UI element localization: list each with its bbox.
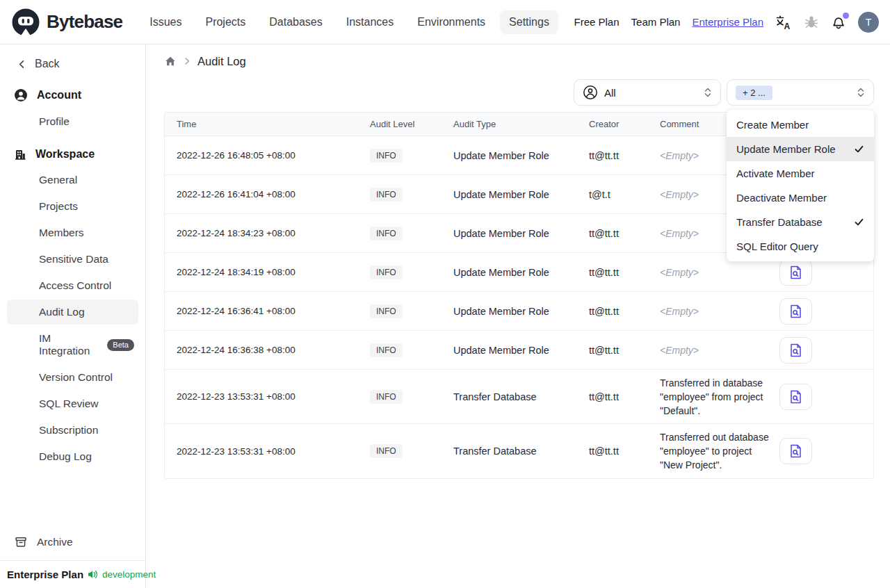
cell-time: 2022-12-23 13:53:31 +08:00 (177, 446, 370, 457)
chevron-left-icon (17, 59, 27, 70)
menu-item-activate-member[interactable]: Activate Member (727, 161, 874, 186)
level-badge: INFO (370, 188, 403, 202)
level-badge: INFO (370, 266, 403, 279)
back-label: Back (35, 58, 60, 70)
table-row: 2022-12-24 16:36:38 +08:00 INFO Update M… (165, 331, 873, 370)
audit-type-filter-select[interactable]: + 2 ... (727, 79, 874, 106)
sidebar-item-sensitive-data[interactable]: Sensitive Data (7, 247, 138, 272)
cell-audit-type: Transfer Database (453, 446, 589, 457)
cell-creator: tt@tt.tt (589, 306, 660, 317)
cell-time: 2022-12-26 16:48:05 +08:00 (177, 150, 370, 161)
bytebase-logo-icon (11, 8, 40, 37)
user-circle-icon (14, 88, 28, 102)
back-button[interactable]: Back (7, 53, 138, 75)
table-row: 2022-12-23 13:53:31 +08:00 INFO Transfer… (165, 370, 873, 424)
sidebar-item-profile[interactable]: Profile (7, 109, 138, 134)
main-menu: Issues Projects Databases Instances Envi… (140, 10, 558, 34)
nav-item-issues[interactable]: Issues (140, 10, 191, 34)
cell-comment: Transferred in database "employee" from … (660, 376, 779, 418)
home-icon[interactable] (164, 55, 177, 67)
view-detail-button[interactable] (779, 438, 812, 464)
cell-comment: <Empty> (660, 343, 779, 357)
building-icon (14, 148, 26, 161)
nav-item-projects[interactable]: Projects (196, 10, 254, 34)
document-search-icon (789, 343, 802, 358)
cell-creator: tt@tt.tt (589, 446, 660, 457)
cell-creator: tt@tt.tt (589, 150, 660, 161)
sidebar: Back Account Profile (0, 44, 146, 588)
cell-creator: t@t.t (589, 189, 660, 200)
level-badge: INFO (370, 149, 403, 163)
free-plan-label[interactable]: Free Plan (574, 16, 620, 28)
cell-audit-type: Update Member Role (453, 189, 589, 200)
sidebar-item-version-control[interactable]: Version Control (7, 365, 138, 390)
nav-item-environments[interactable]: Environments (408, 10, 494, 34)
menu-item-sql-editor-query[interactable]: SQL Editor Query (727, 234, 874, 259)
sidebar-item-subscription[interactable]: Subscription (7, 418, 138, 443)
bug-icon[interactable] (804, 15, 819, 29)
sidebar-item-archive[interactable]: Archive (7, 528, 138, 556)
document-search-icon (789, 265, 802, 280)
sidebar-item-debug-log[interactable]: Debug Log (7, 444, 138, 469)
notification-dot (843, 13, 849, 19)
level-badge: INFO (370, 444, 403, 458)
sidebar-item-im-integration[interactable]: IM Integration Beta (7, 326, 138, 364)
col-header-creator: Creator (589, 119, 660, 129)
sidebar-item-members[interactable]: Members (7, 220, 138, 245)
cell-audit-type: Update Member Role (453, 150, 589, 161)
nav-item-databases[interactable]: Databases (260, 10, 332, 34)
cell-audit-type: Update Member Role (453, 345, 589, 356)
cell-time: 2022-12-24 16:36:41 +08:00 (177, 306, 370, 316)
sidebar-item-projects[interactable]: Projects (7, 194, 138, 219)
nav-item-settings[interactable]: Settings (500, 10, 558, 34)
view-detail-button[interactable] (779, 259, 812, 286)
level-badge: INFO (370, 227, 403, 240)
cell-audit-type: Update Member Role (453, 228, 589, 239)
sidebar-section-workspace: Workspace (7, 142, 138, 167)
cell-comment: Transferred out database "employee" to p… (660, 430, 779, 472)
cell-time: 2022-12-24 18:34:19 +08:00 (177, 267, 370, 277)
breadcrumb: Audit Log (164, 53, 874, 70)
audit-type-dropdown-menu: Create Member Update Member Role Activat… (727, 110, 874, 261)
menu-item-update-member-role[interactable]: Update Member Role (727, 137, 874, 161)
audit-type-filter-value: + 2 ... (736, 85, 772, 100)
sidebar-spacer (7, 470, 138, 528)
cell-time: 2022-12-26 16:41:04 +08:00 (177, 189, 370, 199)
brand-name: Bytebase (47, 11, 122, 33)
creator-filter-select[interactable]: All (574, 79, 721, 106)
sidebar-section-account: Account (7, 82, 138, 108)
table-row: 2022-12-23 13:53:31 +08:00 INFO Transfer… (165, 424, 873, 478)
chevron-updown-icon (704, 87, 712, 98)
view-detail-button[interactable] (779, 384, 812, 410)
enterprise-plan-link[interactable]: Enterprise Plan (692, 16, 763, 28)
sidebar-item-general[interactable]: General (7, 168, 138, 193)
sidebar-item-audit-log[interactable]: Audit Log (7, 300, 138, 325)
beta-badge: Beta (107, 339, 134, 351)
nav-item-instances[interactable]: Instances (337, 10, 403, 34)
bell-icon[interactable] (831, 15, 846, 30)
view-detail-button[interactable] (779, 298, 812, 325)
bytebase-logo[interactable]: Bytebase (11, 8, 122, 37)
level-badge: INFO (370, 343, 403, 357)
sidebar-item-sql-review[interactable]: SQL Review (7, 391, 138, 416)
col-header-audit-level: Audit Level (370, 119, 453, 129)
document-search-icon (789, 304, 802, 319)
avatar[interactable]: T (858, 12, 879, 33)
team-plan-label[interactable]: Team Plan (631, 16, 681, 28)
cell-audit-type: Update Member Role (453, 267, 589, 278)
menu-item-transfer-database[interactable]: Transfer Database (727, 210, 874, 234)
view-detail-button[interactable] (779, 337, 812, 364)
cell-creator: tt@tt.tt (589, 391, 660, 402)
breadcrumb-chevron-icon (184, 57, 191, 65)
plan-status-bar: Enterprise Plan development (7, 561, 138, 588)
check-icon (854, 217, 864, 227)
cell-comment: <Empty> (660, 304, 779, 318)
col-header-audit-type: Audit Type (453, 119, 589, 129)
menu-item-create-member[interactable]: Create Member (727, 113, 874, 137)
check-icon (854, 144, 864, 154)
current-plan-label: Enterprise Plan (7, 569, 83, 580)
document-search-icon (789, 443, 802, 459)
menu-item-deactivate-member[interactable]: Deactivate Member (727, 186, 874, 210)
translate-icon[interactable]: A (775, 15, 792, 30)
sidebar-item-access-control[interactable]: Access Control (7, 273, 138, 298)
